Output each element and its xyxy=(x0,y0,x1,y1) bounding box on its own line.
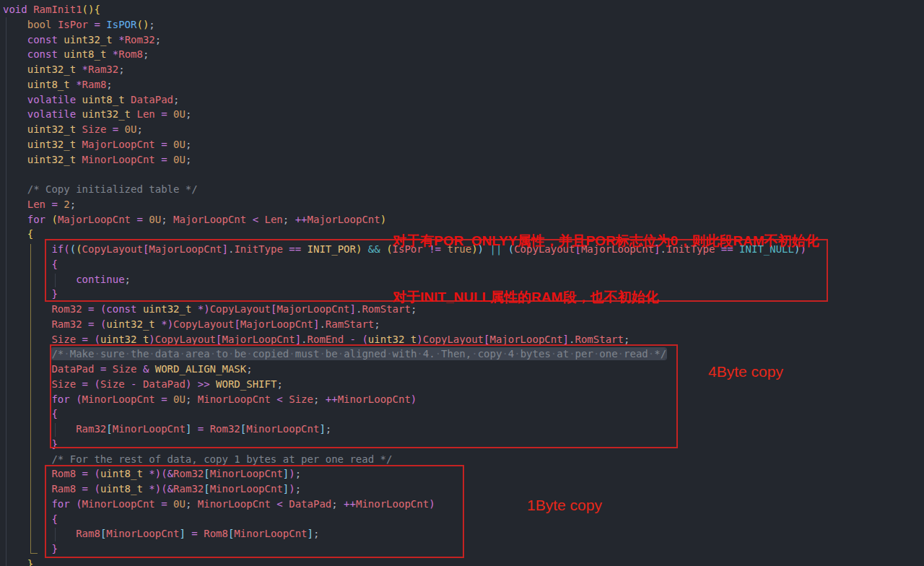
code-line[interactable]: Size = (Size - DataPad) >> WORD_SHIFT; xyxy=(3,377,806,392)
code-line[interactable]: uint32_t *Ram32; xyxy=(3,62,806,77)
code-line[interactable]: Ram8 = (uint8_t *)(&Ram32[MinorLoopCnt])… xyxy=(3,482,806,497)
code-line[interactable]: const uint8_t *Rom8; xyxy=(3,47,806,62)
code-line[interactable]: } xyxy=(3,557,806,566)
annotation-chinese-note: 对于有POR_ONLYY属性，并且POR标志位为0，则此段RAM不初始化 对于I… xyxy=(393,194,819,344)
code-line[interactable]: } xyxy=(3,437,806,452)
code-line[interactable]: { xyxy=(3,512,806,527)
code-line[interactable]: /*·Make·sure·the·data·area·to·be·copied·… xyxy=(3,347,806,362)
annotation-chinese-note-line1: 对于有POR_ONLYY属性，并且POR标志位为0，则此段RAM不初始化 xyxy=(393,232,819,251)
code-line[interactable]: /* For the rest of data, copy 1 bytes at… xyxy=(3,452,806,467)
code-line[interactable]: volatile uint32_t Len = 0U; xyxy=(3,107,806,122)
code-line[interactable]: for (MinorLoopCnt = 0U; MinorLoopCnt < D… xyxy=(3,497,806,512)
code-line[interactable]: { xyxy=(3,406,806,422)
code-line[interactable]: uint8_t *Ram8; xyxy=(3,77,806,92)
code-line[interactable]: void RamInit1(){ xyxy=(3,2,806,17)
code-line[interactable]: for (MinorLoopCnt = 0U; MinorLoopCnt < S… xyxy=(3,392,806,407)
code-line[interactable]: Ram32[MinorLoopCnt] = Rom32[MinorLoopCnt… xyxy=(3,422,806,437)
code-editor-screen: void RamInit1(){ bool IsPor = IsPOR(); c… xyxy=(0,0,924,566)
code-line[interactable]: uint32_t MinorLoopCnt = 0U; xyxy=(3,152,806,167)
code-line[interactable]: } xyxy=(3,541,806,557)
code-line[interactable]: uint32_t MajorLoopCnt = 0U; xyxy=(3,137,806,152)
code-line[interactable]: Rom8 = (uint8_t *)(&Rom32[MinorLoopCnt])… xyxy=(3,466,806,482)
code-line[interactable]: Ram8[MinorLoopCnt] = Rom8[MinorLoopCnt]; xyxy=(3,526,806,541)
selected-text: /*·Make·sure·the·data·area·to·be·copied·… xyxy=(51,348,666,360)
code-line[interactable]: volatile uint8_t DataPad; xyxy=(3,92,806,108)
code-line[interactable]: DataPad = Size & WORD_ALIGN_MASK; xyxy=(3,362,806,377)
code-line[interactable]: const uint32_t *Rom32; xyxy=(3,32,806,48)
annotation-label-1byte-copy: 1Byte copy xyxy=(527,497,602,514)
code-line[interactable]: uint32_t Size = 0U; xyxy=(3,122,806,137)
annotation-chinese-note-line2: 对于INIT_NULL属性的RAM段，也不初始化 xyxy=(393,288,819,307)
code-line[interactable] xyxy=(3,167,806,182)
annotation-label-4byte-copy: 4Byte copy xyxy=(708,363,783,380)
code-line[interactable]: bool IsPor = IsPOR(); xyxy=(3,17,806,32)
